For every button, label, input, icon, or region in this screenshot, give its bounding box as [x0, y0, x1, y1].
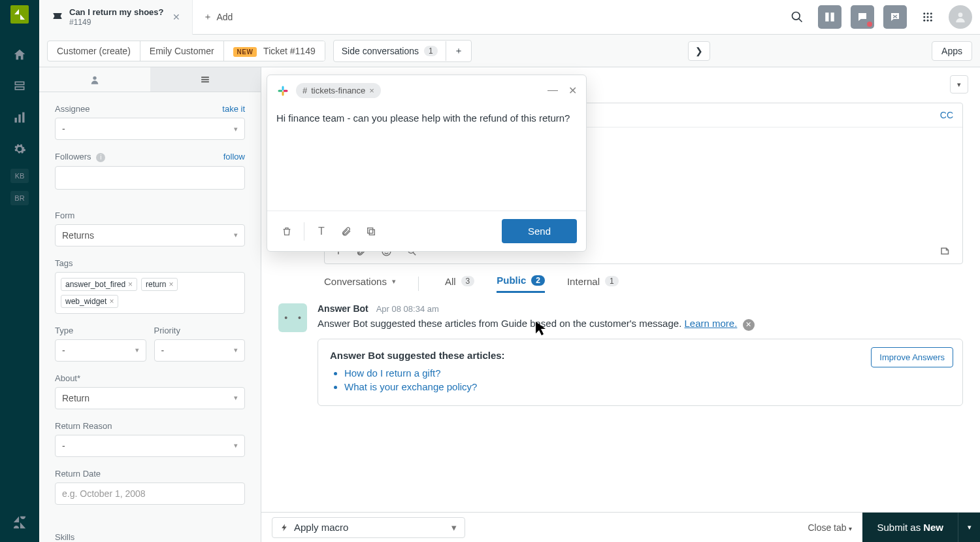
svg-line-29 [413, 252, 416, 255]
tag-remove-icon[interactable]: × [169, 280, 173, 289]
priority-select[interactable]: - [154, 339, 246, 362]
slack-channel-chip: # tickets-finance × [296, 83, 381, 98]
apps-button[interactable]: Apps [932, 41, 972, 61]
add-tab-button[interactable]: ＋ Add [193, 11, 243, 23]
conversation-tabs: Conversations▾ All3 Public2 Internal1 [261, 264, 980, 299]
popover-textarea[interactable]: Hi finance team - can you please help wi… [267, 106, 586, 211]
customer-pill[interactable]: Customer (create) [48, 41, 140, 61]
format-text-icon[interactable]: T [311, 221, 332, 242]
reason-select[interactable]: - [55, 435, 245, 457]
svg-rect-32 [282, 91, 284, 95]
product-logo[interactable] [10, 5, 29, 24]
sidenav: KB BR [0, 0, 39, 542]
submit-button[interactable]: Submit asNew [862, 513, 958, 542]
close-tab-icon[interactable]: ✕ [172, 12, 180, 22]
ticket-pill[interactable]: NEW Ticket #1149 [224, 41, 325, 61]
assignee-select[interactable]: - [55, 118, 245, 140]
side-conversations: Side conversations 1 ＋ [333, 40, 472, 62]
trash-icon[interactable] [276, 221, 297, 242]
cc-button[interactable]: CC [940, 110, 953, 120]
form-select[interactable]: Returns [55, 224, 245, 246]
return-date-input[interactable]: e.g. October 1, 2008 [55, 483, 245, 505]
minimize-icon[interactable]: — [547, 84, 558, 97]
apply-macro-dropdown[interactable]: Apply macro ▾ [272, 517, 465, 538]
context-row: Customer (create) Emily Customer NEW Tic… [39, 35, 980, 67]
about-label: About* [55, 373, 80, 383]
assignee-label: Assignee [55, 104, 90, 114]
message-row: • • Answer Bot Apr 08 08:34 am Answer Bo… [261, 299, 980, 406]
user-avatar[interactable] [949, 5, 972, 29]
tags-input[interactable]: answer_bot_fired× return× web_widget× [55, 272, 245, 314]
info-icon[interactable]: i [96, 153, 105, 162]
submit-dropdown-icon[interactable]: ▾ [958, 513, 980, 542]
svg-rect-7 [825, 12, 828, 22]
date-label: Return Date [55, 469, 101, 479]
message-author: Answer Bot [318, 303, 368, 314]
side-conversations-button[interactable]: Side conversations 1 [334, 41, 446, 61]
tab-internal[interactable]: Internal1 [567, 276, 619, 292]
sidenav-kb-badge[interactable]: KB [10, 169, 29, 183]
dismiss-icon[interactable]: ✕ [743, 319, 755, 331]
svg-rect-23 [201, 78, 209, 80]
svg-point-5 [792, 12, 800, 20]
home-icon[interactable] [8, 43, 31, 67]
attach-icon[interactable] [336, 221, 357, 242]
collapse-header-icon[interactable]: ▾ [950, 75, 968, 93]
left-tab-ticket[interactable] [150, 67, 261, 92]
talk-icon[interactable] [883, 5, 907, 29]
tag-item: return× [141, 278, 178, 291]
side-conversations-add[interactable]: ＋ [446, 41, 471, 61]
send-button[interactable]: Send [502, 219, 577, 243]
chat-unread-dot [867, 22, 872, 27]
svg-rect-4 [22, 112, 24, 123]
type-label: Type [55, 326, 73, 335]
apps-grid-icon[interactable] [916, 5, 939, 29]
article-link[interactable]: How do I return a gift? [344, 367, 951, 379]
follow-link[interactable]: follow [223, 152, 245, 161]
tab-subtitle: #1149 [69, 18, 163, 27]
type-select[interactable]: - [55, 339, 146, 362]
svg-rect-35 [368, 228, 373, 233]
plus-icon: ＋ [203, 11, 212, 23]
tag-remove-icon[interactable]: × [109, 297, 114, 306]
zendesk-icon[interactable] [8, 511, 31, 534]
left-tab-user[interactable] [39, 67, 150, 92]
svg-point-15 [927, 16, 929, 18]
tab-public[interactable]: Public2 [497, 275, 545, 293]
copy-icon[interactable] [361, 221, 382, 242]
followers-label: Followers i [55, 152, 105, 162]
about-select[interactable]: Return [55, 387, 245, 409]
article-link[interactable]: What is your exchange policy? [344, 381, 951, 392]
tag-remove-icon[interactable]: × [128, 280, 133, 289]
close-tab-button[interactable]: Close tab ▾ [797, 522, 862, 533]
improve-answers-button[interactable]: Improve Answers [871, 347, 953, 367]
knowledge-capture-icon[interactable] [939, 245, 952, 257]
chip-remove-icon[interactable]: × [369, 86, 374, 95]
window-tab-ticket[interactable]: Can I return my shoes? #1149 ✕ [39, 0, 193, 35]
reason-label: Return Reason [55, 421, 112, 431]
svg-line-6 [799, 19, 802, 22]
svg-rect-30 [282, 86, 284, 90]
bot-avatar: • • [278, 303, 307, 332]
learn-more-link[interactable]: Learn more. [685, 318, 738, 329]
svg-rect-22 [201, 76, 209, 78]
gear-icon[interactable] [8, 137, 31, 161]
sidenav-br-badge[interactable]: BR [10, 191, 29, 205]
take-it-link[interactable]: take it [222, 104, 245, 114]
close-icon[interactable]: ✕ [568, 84, 577, 97]
chat-icon[interactable] [851, 5, 874, 29]
reports-icon[interactable] [8, 106, 31, 129]
add-tab-label: Add [216, 12, 233, 22]
followers-input[interactable] [55, 166, 245, 190]
svg-rect-2 [15, 118, 17, 123]
views-icon[interactable] [8, 75, 31, 98]
divider [418, 277, 419, 291]
suggested-articles-box: Improve Answers Answer Bot suggested the… [318, 339, 963, 406]
search-icon[interactable] [785, 5, 809, 29]
tab-all[interactable]: All3 [445, 276, 474, 292]
svg-rect-24 [201, 81, 209, 82]
panel1-icon[interactable] [818, 5, 841, 29]
collapse-right-icon[interactable]: ❯ [688, 41, 710, 61]
requester-pill[interactable]: Emily Customer [140, 41, 224, 61]
conversations-dropdown[interactable]: Conversations▾ [324, 276, 396, 292]
